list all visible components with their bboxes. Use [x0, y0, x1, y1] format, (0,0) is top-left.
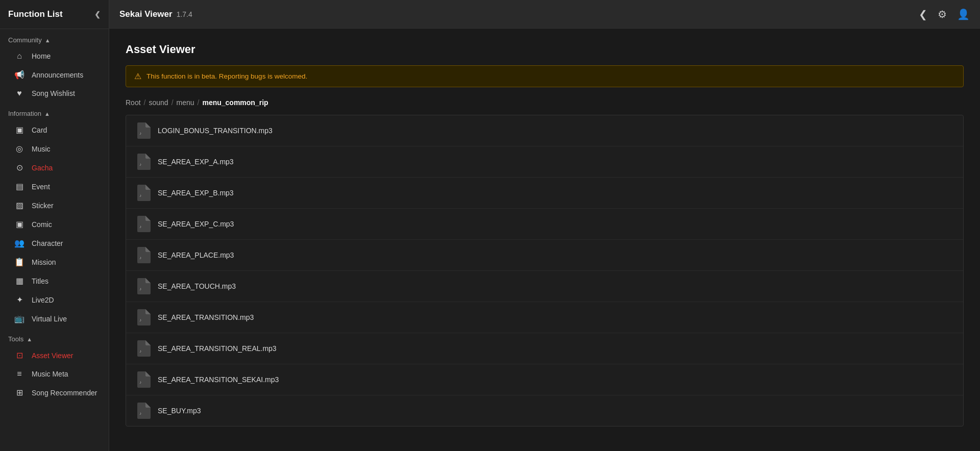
beta-banner: ⚠ This function is in beta. Reporting bu…	[126, 65, 964, 87]
comic-icon: ▣	[14, 219, 24, 229]
topbar: Sekai Viewer1.7.4 ❮ ⚙ 👤	[109, 0, 980, 29]
file-icon: ♪	[136, 122, 151, 139]
sidebar-item-label: Card	[32, 126, 47, 134]
svg-text:♪: ♪	[139, 349, 141, 354]
sidebar-item-label: Character	[32, 239, 63, 247]
app-version: 1.7.4	[177, 10, 192, 18]
sidebar-item-label: Song Recommender	[32, 389, 97, 397]
sidebar-item-virtual-live[interactable]: 📺Virtual Live	[0, 309, 109, 328]
chevron-icon: ▲	[27, 336, 32, 342]
sidebar-item-asset-viewer[interactable]: ⊡Asset Viewer	[0, 346, 109, 365]
sidebar-item-character[interactable]: 👥Character	[0, 234, 109, 253]
sidebar-item-sticker[interactable]: ▨Sticker	[0, 196, 109, 215]
chevron-icon: ▲	[45, 37, 51, 43]
file-icon: ♪	[136, 371, 151, 388]
sidebar-item-mission[interactable]: 📋Mission	[0, 253, 109, 271]
beta-message: This function is in beta. Reporting bugs…	[146, 72, 307, 80]
sidebar-item-label: Virtual Live	[32, 315, 67, 323]
sidebar-item-label: Titles	[32, 277, 48, 285]
sticker-icon: ▨	[14, 201, 24, 210]
sidebar-header: Function List ❮	[0, 0, 109, 29]
file-name: SE_AREA_EXP_B.mp3	[158, 189, 234, 197]
sidebar-item-label: Comic	[32, 220, 52, 229]
breadcrumb-item-3: menu_common_rip	[202, 98, 268, 107]
file-icon: ♪	[136, 185, 151, 201]
music-icon: ◎	[14, 144, 24, 154]
breadcrumb-item-2[interactable]: menu	[177, 98, 194, 107]
section-label-text: Information	[8, 110, 41, 117]
sidebar-title: Function List	[8, 9, 63, 19]
sidebar-item-music-meta[interactable]: ≡Music Meta	[0, 365, 109, 383]
announcements-icon: 📢	[14, 70, 24, 80]
sidebar-item-song-wishlist[interactable]: ♥Song Wishlist	[0, 84, 109, 103]
file-name: SE_AREA_TRANSITION_REAL.mp3	[158, 344, 277, 353]
file-icon: ♪	[136, 247, 151, 263]
sidebar-item-music[interactable]: ◎Music	[0, 139, 109, 158]
music-meta-icon: ≡	[14, 369, 24, 379]
sidebar-item-song-recommender[interactable]: ⊞Song Recommender	[0, 383, 109, 402]
file-list: ♪ LOGIN_BONUS_TRANSITION.mp3 ♪ SE_AREA_E…	[126, 115, 964, 427]
file-item[interactable]: ♪ SE_AREA_TRANSITION_SEKAI.mp3	[126, 364, 963, 395]
page-title: Asset Viewer	[126, 43, 964, 56]
sidebar-collapse-button[interactable]: ❮	[94, 10, 101, 18]
breadcrumb-item-1[interactable]: sound	[149, 98, 168, 107]
card-icon: ▣	[14, 125, 24, 135]
sidebar-section-tools: Tools ▲	[0, 328, 109, 346]
file-item[interactable]: ♪ SE_AREA_TRANSITION.mp3	[126, 302, 963, 333]
file-icon: ♪	[136, 403, 151, 419]
file-item[interactable]: ♪ SE_AREA_EXP_C.mp3	[126, 209, 963, 240]
breadcrumb-separator: /	[198, 98, 200, 107]
sidebar-item-label: Music	[32, 145, 51, 153]
file-name: SE_AREA_TOUCH.mp3	[158, 282, 236, 290]
sidebar-sections: Community ▲⌂Home📢Announcements♥Song Wish…	[0, 29, 109, 402]
svg-text:♪: ♪	[139, 224, 141, 229]
file-name: SE_AREA_TRANSITION_SEKAI.mp3	[158, 375, 279, 384]
sidebar-section-information: Information ▲	[0, 103, 109, 120]
file-icon: ♪	[136, 309, 151, 325]
sidebar-section-community: Community ▲	[0, 29, 109, 47]
chevron-icon: ▲	[44, 111, 50, 117]
file-name: LOGIN_BONUS_TRANSITION.mp3	[158, 127, 273, 135]
file-item[interactable]: ♪ SE_AREA_PLACE.mp3	[126, 240, 963, 271]
song-recommender-icon: ⊞	[14, 388, 24, 397]
mission-icon: 📋	[14, 257, 24, 267]
sidebar-item-comic[interactable]: ▣Comic	[0, 215, 109, 234]
file-name: SE_AREA_TRANSITION.mp3	[158, 313, 254, 321]
character-icon: 👥	[14, 238, 24, 248]
settings-button[interactable]: ⚙	[938, 8, 947, 20]
account-button[interactable]: 👤	[957, 8, 970, 20]
file-item[interactable]: ♪ SE_AREA_EXP_A.mp3	[126, 146, 963, 178]
sidebar-item-live2d[interactable]: ✦Live2D	[0, 290, 109, 309]
sidebar-item-label: Home	[32, 52, 51, 60]
file-item[interactable]: ♪ LOGIN_BONUS_TRANSITION.mp3	[126, 115, 963, 146]
sidebar-item-gacha[interactable]: ⊙Gacha	[0, 158, 109, 177]
sidebar-item-announcements[interactable]: 📢Announcements	[0, 65, 109, 84]
file-icon: ♪	[136, 216, 151, 232]
file-name: SE_AREA_PLACE.mp3	[158, 251, 234, 259]
sidebar-item-label: Mission	[32, 258, 56, 266]
file-name: SE_AREA_EXP_A.mp3	[158, 158, 234, 166]
sidebar-item-card[interactable]: ▣Card	[0, 120, 109, 139]
breadcrumb-separator: /	[144, 98, 146, 107]
virtual-live-icon: 📺	[14, 314, 24, 323]
breadcrumb-item-0[interactable]: Root	[126, 98, 141, 107]
sidebar-item-home[interactable]: ⌂Home	[0, 47, 109, 65]
sidebar-item-label: Live2D	[32, 296, 54, 304]
asset-viewer-icon: ⊡	[14, 350, 24, 360]
home-icon: ⌂	[14, 52, 24, 61]
back-button[interactable]: ❮	[919, 8, 927, 20]
file-item[interactable]: ♪ SE_AREA_TRANSITION_REAL.mp3	[126, 333, 963, 364]
app-title: Sekai Viewer1.7.4	[119, 9, 919, 19]
svg-text:♪: ♪	[139, 131, 141, 136]
main-content: Sekai Viewer1.7.4 ❮ ⚙ 👤 Asset Viewer ⚠ T…	[109, 0, 980, 451]
sidebar-item-titles[interactable]: ▦Titles	[0, 271, 109, 290]
file-item[interactable]: ♪ SE_BUY.mp3	[126, 395, 963, 426]
file-item[interactable]: ♪ SE_AREA_EXP_B.mp3	[126, 178, 963, 209]
file-item[interactable]: ♪ SE_AREA_TOUCH.mp3	[126, 271, 963, 302]
sidebar-item-event[interactable]: ▤Event	[0, 177, 109, 196]
sidebar-item-label: Event	[32, 183, 50, 191]
sidebar-item-label: Song Wishlist	[32, 89, 75, 97]
titles-icon: ▦	[14, 276, 24, 286]
file-icon: ♪	[136, 154, 151, 170]
breadcrumb: Root/sound/menu/menu_common_rip	[126, 98, 964, 107]
